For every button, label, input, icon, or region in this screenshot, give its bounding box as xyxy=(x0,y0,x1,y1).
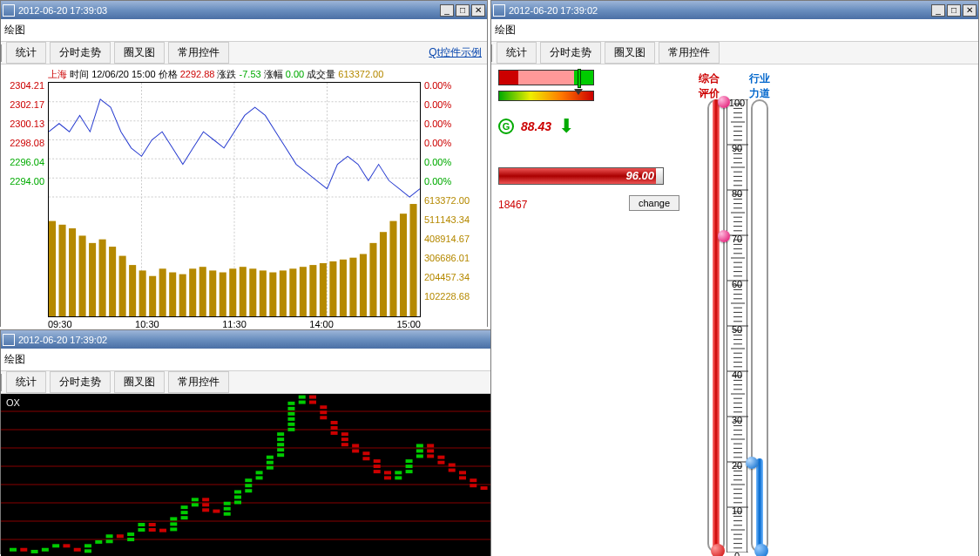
menu-draw[interactable]: 绘图 xyxy=(491,21,519,39)
svg-rect-10 xyxy=(59,225,66,316)
svg-rect-142 xyxy=(427,449,434,452)
svg-rect-30 xyxy=(260,270,267,316)
g-value: 88.43 xyxy=(521,119,551,133)
tool-ox-chart[interactable]: 圈叉图 xyxy=(114,42,165,64)
tool-widgets[interactable]: 常用控件 xyxy=(659,42,720,64)
thermo-blue-marker[interactable] xyxy=(746,457,758,469)
maximize-button[interactable]: □ xyxy=(456,4,470,17)
svg-rect-106 xyxy=(287,407,294,410)
window-icon xyxy=(493,4,505,17)
menu-draw[interactable]: 绘图 xyxy=(1,21,29,39)
svg-rect-129 xyxy=(374,464,381,468)
tool-intraday[interactable]: 分时走势 xyxy=(540,42,601,64)
window-line-chart: 2012-06-20 17:39:03 _ □ ✕ 绘图 统计 分时走势 圈叉图… xyxy=(0,0,488,327)
svg-rect-59 xyxy=(63,544,70,547)
window-icon xyxy=(3,334,15,346)
svg-rect-115 xyxy=(320,405,327,409)
tool-intraday[interactable]: 分时走势 xyxy=(50,371,111,393)
minimize-button[interactable]: _ xyxy=(440,4,454,17)
svg-rect-103 xyxy=(277,448,284,451)
svg-rect-111 xyxy=(299,396,306,399)
counter-text: 18467 xyxy=(498,199,527,211)
svg-rect-96 xyxy=(256,476,263,479)
tool-intraday[interactable]: 分时走势 xyxy=(50,42,111,64)
gauge-area: G 88.43 ⬇ 96.00 18467 change 综合 评价 行业 力道… xyxy=(491,64,978,556)
svg-rect-45 xyxy=(409,204,416,316)
svg-rect-97 xyxy=(267,456,274,459)
close-button[interactable]: ✕ xyxy=(963,4,977,17)
window-title: 2012-06-20 17:39:02 xyxy=(509,5,598,16)
svg-rect-56 xyxy=(31,550,38,553)
svg-rect-147 xyxy=(449,469,456,472)
color-bar-2 xyxy=(498,91,594,101)
thermo-red-marker[interactable] xyxy=(718,230,730,242)
svg-rect-125 xyxy=(352,449,359,452)
svg-rect-66 xyxy=(117,534,124,538)
tool-stats[interactable]: 统计 xyxy=(6,42,46,64)
svg-rect-17 xyxy=(129,265,136,316)
svg-rect-92 xyxy=(245,478,252,482)
svg-rect-80 xyxy=(192,498,199,501)
change-button[interactable]: change xyxy=(629,195,679,211)
svg-rect-63 xyxy=(95,540,102,544)
qt-example-link[interactable]: Qt控件示例 xyxy=(429,45,482,60)
tool-stats[interactable]: 统计 xyxy=(497,42,537,64)
tool-widgets[interactable]: 常用控件 xyxy=(168,371,229,393)
svg-rect-70 xyxy=(138,528,145,532)
svg-rect-25 xyxy=(209,270,216,316)
svg-rect-60 xyxy=(74,548,81,552)
g-icon: G xyxy=(498,119,514,134)
svg-rect-118 xyxy=(331,421,338,424)
svg-rect-133 xyxy=(395,471,402,474)
close-button[interactable]: ✕ xyxy=(471,4,485,17)
svg-rect-81 xyxy=(192,503,199,506)
svg-rect-69 xyxy=(138,523,145,526)
svg-rect-131 xyxy=(384,471,391,474)
svg-rect-116 xyxy=(320,410,327,414)
svg-rect-32 xyxy=(280,270,287,316)
svg-rect-120 xyxy=(331,431,338,435)
menu-draw[interactable]: 绘图 xyxy=(1,350,29,369)
titlebar[interactable]: 2012-06-20 17:39:03 _ □ ✕ xyxy=(1,1,487,19)
svg-rect-41 xyxy=(369,243,376,316)
svg-rect-77 xyxy=(181,505,188,509)
svg-rect-86 xyxy=(224,502,231,505)
thermo-blue[interactable] xyxy=(751,99,768,553)
svg-rect-100 xyxy=(277,432,284,436)
thermo-red[interactable] xyxy=(707,99,725,553)
svg-rect-109 xyxy=(287,423,294,426)
svg-rect-78 xyxy=(181,511,188,514)
svg-rect-84 xyxy=(202,508,209,512)
tool-ox-chart[interactable]: 圈叉图 xyxy=(605,42,655,64)
svg-rect-14 xyxy=(99,240,106,316)
svg-rect-146 xyxy=(449,464,456,467)
svg-rect-113 xyxy=(309,396,316,399)
svg-rect-152 xyxy=(481,486,488,490)
minimize-button[interactable]: _ xyxy=(931,4,945,17)
thermo-label-2: 行业 力道 xyxy=(749,71,770,101)
titlebar[interactable]: 2012-06-20 17:39:02 _ □ ✕ xyxy=(491,1,978,19)
svg-rect-104 xyxy=(277,453,284,457)
tool-ox-chart[interactable]: 圈叉图 xyxy=(114,371,165,393)
svg-rect-31 xyxy=(269,273,276,316)
toolbar: 统计 分时走势 圈叉图 常用控件 xyxy=(491,42,978,64)
svg-rect-114 xyxy=(309,401,316,404)
svg-rect-123 xyxy=(341,443,348,446)
maximize-button[interactable]: □ xyxy=(947,4,961,17)
chart-header: 上海 时间 12/06/20 15:00 价格 2292.88 涨跌 -7.53… xyxy=(48,68,383,81)
svg-rect-22 xyxy=(179,275,186,316)
svg-rect-29 xyxy=(249,268,256,316)
svg-rect-61 xyxy=(84,544,91,547)
svg-rect-33 xyxy=(289,268,296,316)
svg-rect-94 xyxy=(245,489,252,492)
thermo-red-top-marker[interactable] xyxy=(718,96,730,108)
svg-rect-20 xyxy=(159,268,166,316)
svg-rect-74 xyxy=(170,517,177,520)
svg-rect-141 xyxy=(427,444,434,447)
svg-rect-16 xyxy=(119,256,126,316)
tool-widgets[interactable]: 常用控件 xyxy=(168,42,229,64)
svg-rect-108 xyxy=(287,417,294,421)
svg-rect-75 xyxy=(170,522,177,525)
tool-stats[interactable]: 统计 xyxy=(6,371,46,393)
svg-rect-139 xyxy=(416,449,423,452)
